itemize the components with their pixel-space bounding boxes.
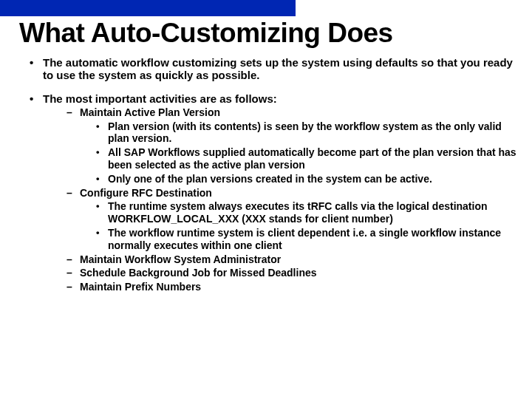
list-item: The workflow runtime system is client de… xyxy=(80,227,517,252)
list-item-text: Maintain Active Plan Version xyxy=(80,106,220,118)
sub-sub-list: The runtime system always executes its t… xyxy=(80,200,517,251)
sub-list: Maintain Active Plan Version Plan versio… xyxy=(43,106,517,293)
list-item-text: Configure RFC Destination xyxy=(80,187,212,199)
sub-sub-list: Plan version (with its contents) is seen… xyxy=(80,120,517,185)
list-item: The most important activities are as fol… xyxy=(15,92,517,293)
list-item: The runtime system always executes its t… xyxy=(80,200,517,225)
list-item: The automatic workflow customizing sets … xyxy=(15,56,517,82)
list-item: Plan version (with its contents) is seen… xyxy=(80,120,517,146)
slide-title: What Auto-Customizing Does xyxy=(19,18,517,49)
list-item: Configure RFC Destination The runtime sy… xyxy=(43,187,517,252)
bullet-list: The automatic workflow customizing sets … xyxy=(15,56,517,293)
list-item: Maintain Prefix Numbers xyxy=(43,281,517,293)
list-item: All SAP Workflows supplied automatically… xyxy=(80,146,517,171)
list-item-text: The most important activities are as fol… xyxy=(43,92,277,105)
list-item: Maintain Active Plan Version Plan versio… xyxy=(43,106,517,185)
list-item: Only one of the plan versions created in… xyxy=(80,173,517,185)
slide-content: What Auto-Customizing Does The automatic… xyxy=(0,18,532,293)
list-item: Schedule Background Job for Missed Deadl… xyxy=(43,267,517,279)
list-item: Maintain Workflow System Administrator xyxy=(43,253,517,266)
header-bar xyxy=(0,0,296,16)
